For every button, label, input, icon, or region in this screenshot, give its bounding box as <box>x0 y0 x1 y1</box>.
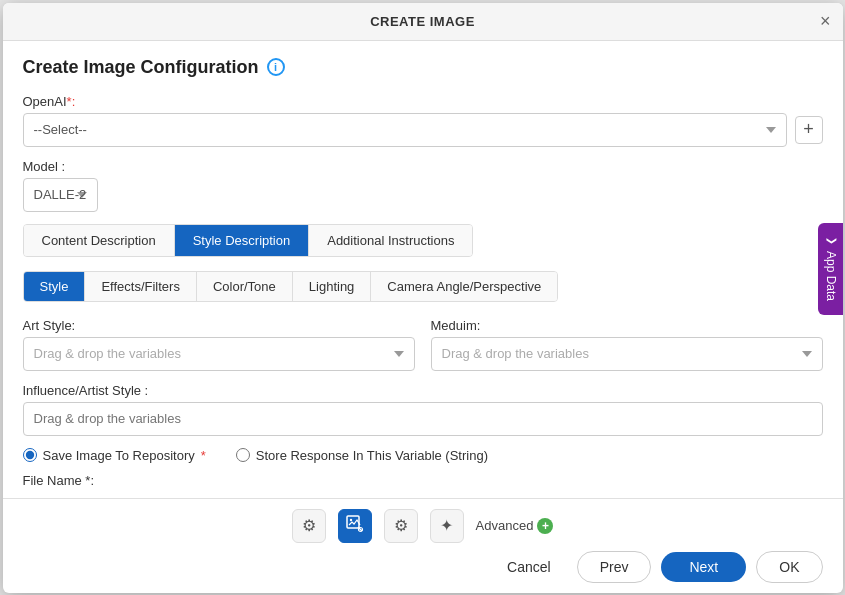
sub-tab-group: Style Effects/Filters Color/Tone Lightin… <box>23 271 559 302</box>
sub-tab-lighting[interactable]: Lighting <box>293 272 372 301</box>
openai-select-wrapper: --Select-- + <box>23 113 823 147</box>
sub-tab-color[interactable]: Color/Tone <box>197 272 293 301</box>
tab-style-description[interactable]: Style Description <box>175 225 310 256</box>
meduim-group: Meduim: Drag & drop the variables <box>431 318 823 371</box>
sparkle-icon-btn[interactable]: ✦ <box>430 509 464 543</box>
openai-select[interactable]: --Select-- <box>23 113 787 147</box>
model-group: Model : DALLE-2 <box>23 159 823 212</box>
radio-save-repo-input[interactable] <box>23 448 37 462</box>
app-data-arrow-icon: ❮ <box>825 237 836 245</box>
sub-tab-effects[interactable]: Effects/Filters <box>85 272 197 301</box>
footer-actions: Cancel Prev Next OK <box>23 551 823 583</box>
art-style-group: Art Style: Drag & drop the variables <box>23 318 415 371</box>
model-label: Model : <box>23 159 823 174</box>
radio-group: Save Image To Repository * Store Respons… <box>23 448 823 463</box>
main-tab-group: Content Description Style Description Ad… <box>23 224 474 257</box>
gear-icon-btn-2[interactable]: ⚙ <box>384 509 418 543</box>
gear-icon-2: ⚙ <box>394 516 408 535</box>
sparkle-icon: ✦ <box>440 516 453 535</box>
page-title: Create Image Configuration <box>23 57 259 78</box>
advanced-button[interactable]: Advanced + <box>476 518 554 534</box>
file-name-label: File Name *: <box>23 473 95 488</box>
modal-body: ❮ App Data Create Image Configuration i … <box>3 41 843 498</box>
svg-point-1 <box>349 518 351 520</box>
meduim-label: Meduim: <box>431 318 823 333</box>
radio-store-response[interactable]: Store Response In This Variable (String) <box>236 448 488 463</box>
radio-save-required: * <box>201 448 206 463</box>
radio-save-repo-label: Save Image To Repository <box>43 448 195 463</box>
svg-rect-0 <box>347 516 359 528</box>
image-edit-icon <box>346 515 364 537</box>
influence-input[interactable] <box>23 402 823 436</box>
app-data-label: App Data <box>824 251 838 301</box>
tab-additional-instructions[interactable]: Additional Instructions <box>309 225 472 256</box>
gear-icon-btn-1[interactable]: ⚙ <box>292 509 326 543</box>
cancel-button[interactable]: Cancel <box>491 553 567 581</box>
openai-add-button[interactable]: + <box>795 116 823 144</box>
ok-button[interactable]: OK <box>756 551 822 583</box>
radio-store-response-label: Store Response In This Variable (String) <box>256 448 488 463</box>
image-edit-icon-btn[interactable] <box>338 509 372 543</box>
page-title-container: Create Image Configuration i <box>23 57 823 78</box>
openai-group: OpenAI*: --Select-- + <box>23 94 823 147</box>
modal-overlay: CREATE IMAGE × ❮ App Data Create Image C… <box>0 0 845 595</box>
influence-group: Influence/Artist Style : <box>23 383 823 436</box>
close-button[interactable]: × <box>820 12 831 30</box>
art-style-select[interactable]: Drag & drop the variables <box>23 337 415 371</box>
app-data-tab[interactable]: ❮ App Data <box>818 223 843 315</box>
radio-store-response-input[interactable] <box>236 448 250 462</box>
modal: CREATE IMAGE × ❮ App Data Create Image C… <box>3 3 843 593</box>
gear-icon-1: ⚙ <box>302 516 316 535</box>
tab-content-description[interactable]: Content Description <box>24 225 175 256</box>
next-button[interactable]: Next <box>661 552 746 582</box>
advanced-plus-icon: + <box>537 518 553 534</box>
sub-tab-camera[interactable]: Camera Angle/Perspective <box>371 272 557 301</box>
prev-button[interactable]: Prev <box>577 551 652 583</box>
openai-required: *: <box>67 94 76 109</box>
art-meduim-row: Art Style: Drag & drop the variables Med… <box>23 318 823 371</box>
radio-save-repo[interactable]: Save Image To Repository * <box>23 448 206 463</box>
info-icon[interactable]: i <box>267 58 285 76</box>
advanced-label: Advanced <box>476 518 534 533</box>
sub-tab-style[interactable]: Style <box>24 272 86 301</box>
art-style-label: Art Style: <box>23 318 415 333</box>
modal-title: CREATE IMAGE <box>370 14 475 29</box>
file-name-group: File Name *: <box>23 473 823 488</box>
modal-header: CREATE IMAGE × <box>3 3 843 41</box>
openai-label: OpenAI*: <box>23 94 823 109</box>
influence-label: Influence/Artist Style : <box>23 383 823 398</box>
meduim-select[interactable]: Drag & drop the variables <box>431 337 823 371</box>
footer-icons: ⚙ ⚙ <box>23 509 823 543</box>
modal-footer: ⚙ ⚙ <box>3 498 843 593</box>
model-select[interactable]: DALLE-2 <box>23 178 98 212</box>
